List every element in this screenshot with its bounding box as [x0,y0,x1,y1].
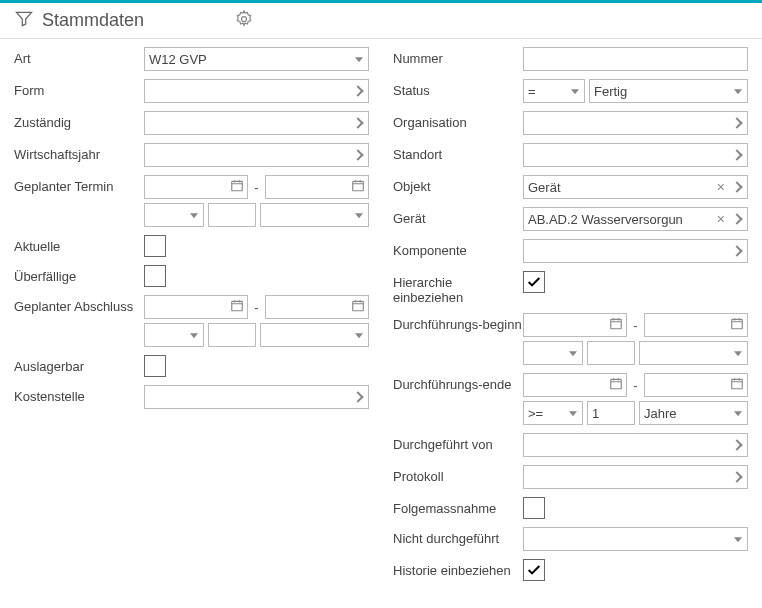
auslagerbar-checkbox[interactable] [144,355,166,377]
protokoll-label: Protokoll [393,465,523,484]
calendar-icon [730,377,744,394]
svg-rect-6 [732,319,743,328]
geplanter-abschluss-num[interactable] [208,323,256,347]
folgemassnahme-label: Folgemassnahme [393,497,523,516]
komponente-lookup[interactable] [523,239,748,263]
nicht-durchgefuehrt-label: Nicht durchgeführt [393,527,523,546]
historie-checkbox[interactable] [523,559,545,581]
organisation-label: Organisation [393,111,523,130]
svg-rect-1 [232,181,243,190]
geplanter-termin-label: Geplanter Termin [14,175,144,194]
calendar-icon [351,299,365,316]
geplanter-termin-op[interactable] [144,203,204,227]
nicht-durchgefuehrt-select[interactable] [523,527,748,551]
form-lookup[interactable] [144,79,369,103]
hierarchie-label: Hierarchie einbeziehen [393,271,523,305]
calendar-icon [230,299,244,316]
geplanter-abschluss-from[interactable] [144,295,248,319]
dash: - [252,180,260,195]
durchf-ende-op[interactable]: >= [523,401,583,425]
komponente-label: Komponente [393,239,523,258]
durchf-beginn-to[interactable] [644,313,748,337]
durchf-ende-num[interactable]: 1 [587,401,635,425]
aktuelle-label: Aktuelle [14,235,144,254]
geplanter-abschluss-label: Geplanter Abschluss [14,295,144,314]
geraet-lookup[interactable]: AB.AD.2 Wasserversorgun [523,207,748,231]
nummer-label: Nummer [393,47,523,66]
calendar-icon [351,179,365,196]
organisation-lookup[interactable] [523,111,748,135]
standort-lookup[interactable] [523,143,748,167]
svg-rect-7 [611,379,622,388]
wirtschaftsjahr-label: Wirtschaftsjahr [14,143,144,162]
durchf-beginn-unit[interactable] [639,341,748,365]
zustaendig-label: Zuständig [14,111,144,130]
durchf-von-label: Durchgeführt von [393,433,523,452]
art-label: Art [14,47,144,66]
durchf-beginn-num[interactable] [587,341,635,365]
status-op-select[interactable]: = [523,79,585,103]
status-label: Status [393,79,523,98]
durchf-beginn-op[interactable] [523,341,583,365]
geplanter-termin-from[interactable] [144,175,248,199]
geplanter-termin-unit[interactable] [260,203,369,227]
auslagerbar-label: Auslagerbar [14,355,144,374]
kostenstelle-lookup[interactable] [144,385,369,409]
dash: - [252,300,260,315]
wirtschaftsjahr-lookup[interactable] [144,143,369,167]
art-select[interactable]: W12 GVP [144,47,369,71]
zustaendig-lookup[interactable] [144,111,369,135]
historie-label: Historie einbeziehen [393,559,523,578]
geplanter-abschluss-to[interactable] [265,295,369,319]
svg-rect-5 [611,319,622,328]
geplanter-termin-num[interactable] [208,203,256,227]
durchf-von-lookup[interactable] [523,433,748,457]
durchf-ende-unit[interactable]: Jahre [639,401,748,425]
gear-icon[interactable] [234,9,254,32]
geraet-label: Gerät [393,207,523,226]
dash: - [631,318,639,333]
calendar-icon [730,317,744,334]
aktuelle-checkbox[interactable] [144,235,166,257]
standort-label: Standort [393,143,523,162]
svg-rect-3 [232,301,243,310]
dash: - [631,378,639,393]
svg-rect-4 [353,301,364,310]
calendar-icon [230,179,244,196]
folgemassnahme-checkbox[interactable] [523,497,545,519]
ueberfaellige-checkbox[interactable] [144,265,166,287]
svg-rect-8 [732,379,743,388]
kostenstelle-label: Kostenstelle [14,385,144,404]
svg-rect-2 [353,181,364,190]
durchf-beginn-label: Durchführungs-beginn [393,313,523,332]
calendar-icon [609,317,623,334]
funnel-icon [14,9,34,32]
geplanter-termin-to[interactable] [265,175,369,199]
page-title: Stammdaten [42,10,144,31]
calendar-icon [609,377,623,394]
status-select[interactable]: Fertig [589,79,748,103]
hierarchie-checkbox[interactable] [523,271,545,293]
durchf-ende-from[interactable] [523,373,627,397]
svg-point-0 [242,17,247,22]
geplanter-abschluss-op[interactable] [144,323,204,347]
durchf-ende-label: Durchführungs-ende [393,373,523,392]
durchf-ende-to[interactable] [644,373,748,397]
objekt-label: Objekt [393,175,523,194]
geplanter-abschluss-unit[interactable] [260,323,369,347]
nummer-input[interactable] [523,47,748,71]
protokoll-lookup[interactable] [523,465,748,489]
form-label: Form [14,79,144,98]
objekt-lookup[interactable]: Gerät [523,175,748,199]
ueberfaellige-label: Überfällige [14,265,144,284]
durchf-beginn-from[interactable] [523,313,627,337]
